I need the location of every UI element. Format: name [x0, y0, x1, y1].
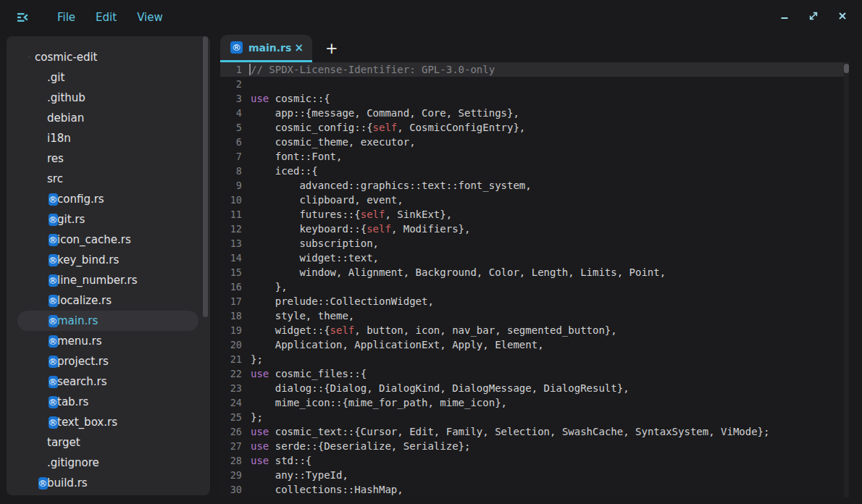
code-line-text: }, [251, 281, 288, 293]
code-line-text: use cosmic_files::{ [251, 368, 367, 379]
code-line-29: 29 any::TypeId, [220, 468, 849, 482]
menu-item-edit[interactable]: Edit [85, 7, 127, 28]
rust-file-icon: ® [17, 416, 53, 429]
line-number: 29 [220, 469, 242, 481]
tree-item--git[interactable]: .git [17, 67, 198, 88]
rust-file-icon: ® [17, 375, 53, 388]
code-line-text: subscription, [251, 238, 379, 249]
editor-scrollbar-track[interactable] [844, 62, 849, 497]
tree-item--github[interactable]: .github [17, 88, 198, 108]
code-line-text: use serde::{Deserialize, Serialize}; [251, 440, 470, 452]
code-line-text: cosmic_config::{self, CosmicConfigEntry}… [251, 122, 525, 133]
tree-item-debian[interactable]: debian [17, 108, 198, 128]
tree-item-project-rs[interactable]: ®project.rs [17, 351, 198, 371]
rust-file-icon: ® [17, 395, 53, 408]
code-line-text: use std::{ [251, 455, 311, 466]
tree-item-line-number-rs[interactable]: ®line_number.rs [17, 270, 198, 290]
chevron-right-icon [17, 71, 43, 84]
code-line-8: 8 iced::{ [220, 164, 849, 178]
line-number: 22 [220, 368, 242, 379]
menu-item-view[interactable]: View [127, 7, 173, 28]
line-number: 7 [220, 151, 242, 162]
chevron-right-icon [17, 152, 43, 165]
code-editor[interactable]: 1// SPDX-License-Identifier: GPL-3.0-onl… [220, 62, 849, 497]
code-line-text: use cosmic_text::{Cursor, Edit, Family, … [251, 426, 769, 437]
code-line-23: 23 dialog::{Dialog, DialogKind, DialogMe… [220, 381, 849, 395]
rust-file-icon: ® [17, 253, 53, 266]
editor-scrollbar-thumb[interactable] [844, 64, 849, 73]
tree-item-src[interactable]: src [17, 169, 198, 189]
line-number: 30 [220, 484, 242, 495]
line-number: 18 [220, 310, 242, 322]
rust-file-icon: ® [17, 314, 53, 327]
code-line-17: 17 prelude::CollectionWidget, [220, 294, 849, 308]
line-number: 20 [220, 339, 242, 350]
rust-file-icon: ® [17, 476, 43, 490]
code-line-text: collections::HashMap, [251, 484, 403, 495]
line-number: 25 [220, 411, 242, 423]
line-number: 6 [220, 136, 242, 148]
line-number: 10 [220, 194, 242, 206]
rust-file-icon: ® [230, 41, 243, 54]
tree-item-tab-rs[interactable]: ®tab.rs [17, 392, 198, 412]
line-number: 3 [220, 93, 242, 104]
code-line-text: advanced::graphics::text::font_system, [251, 180, 532, 191]
nav-bar-toggle-icon[interactable] [15, 10, 30, 25]
code-line-text: window, Alignment, Background, Color, Le… [251, 266, 666, 278]
code-line-9: 9 advanced::graphics::text::font_system, [220, 178, 849, 193]
line-number: 16 [220, 281, 242, 293]
sidebar-scrollbar[interactable] [203, 36, 208, 317]
file-tree: cosmic-edit.git.githubdebiani18nressrc®c… [7, 47, 210, 493]
code-line-text: widget::text, [251, 252, 379, 264]
tree-item-label: search.rs [57, 375, 107, 388]
tree-item-git-rs[interactable]: ®git.rs [17, 209, 198, 230]
line-number: 9 [220, 180, 242, 191]
menu-item-file[interactable]: File [47, 7, 85, 28]
code-line-text: futures::{self, SinkExt}, [251, 209, 452, 220]
close-icon [836, 9, 849, 25]
tree-item-config-rs[interactable]: ®config.rs [17, 189, 198, 209]
tree-item-cosmic-edit[interactable]: cosmic-edit [17, 47, 198, 67]
minimize-button[interactable] [775, 8, 794, 27]
line-number: 23 [220, 382, 242, 394]
line-number: 2 [220, 78, 242, 90]
new-tab-button[interactable]: + [319, 40, 344, 57]
code-line-12: 12 keyboard::{self, Modifiers}, [220, 222, 849, 236]
tree-item-label: src [47, 172, 63, 185]
close-button[interactable] [833, 8, 852, 27]
tree-item-label: text_box.rs [57, 416, 117, 429]
tree-item-label: git.rs [57, 213, 85, 226]
tree-item-search-rs[interactable]: ®search.rs [17, 371, 198, 392]
code-line-10: 10 clipboard, event, [220, 193, 849, 207]
maximize-icon [807, 9, 820, 25]
tree-item-main-rs[interactable]: ®main.rs [17, 311, 198, 331]
code-line-text: widget::{self, button, icon, nav_bar, se… [251, 324, 617, 336]
tree-item-key-bind-rs[interactable]: ®key_bind.rs [17, 250, 198, 270]
chevron-down-icon [17, 51, 30, 64]
tree-item-icon-cache-rs[interactable]: ®icon_cache.rs [17, 230, 198, 250]
tree-item-res[interactable]: res [17, 148, 198, 169]
tree-item-i18n[interactable]: i18n [17, 128, 198, 148]
tree-item-label: config.rs [57, 193, 104, 206]
rust-file-icon: ® [17, 335, 53, 348]
code-line-text: cosmic_theme, executor, [251, 136, 416, 148]
tree-item-build-rs[interactable]: ®build.rs [17, 473, 198, 493]
maximize-button[interactable] [804, 8, 823, 27]
tree-item-label: debian [47, 112, 84, 125]
code-line-18: 18 style, theme, [220, 308, 849, 323]
line-number: 5 [220, 122, 242, 133]
line-number: 4 [220, 107, 242, 119]
tree-item-target[interactable]: target [17, 432, 198, 453]
tree-item-menu-rs[interactable]: ®menu.rs [17, 331, 198, 351]
tree-item--gitignore[interactable]: .gitignore [17, 453, 198, 473]
tab-close-icon[interactable]: × [294, 41, 304, 54]
rust-file-icon: ® [17, 193, 53, 206]
tree-item-text-box-rs[interactable]: ®text_box.rs [17, 412, 198, 432]
code-line-7: 7 font::Font, [220, 149, 849, 164]
tree-item-label: tab.rs [57, 395, 88, 408]
code-line-text: mime_icon::{mime_for_path, mime_icon}, [251, 397, 507, 408]
tree-item-localize-rs[interactable]: ®localize.rs [17, 290, 198, 311]
tab-main-rs[interactable]: ®main.rs× [220, 35, 312, 62]
rust-file-icon: ® [17, 294, 53, 307]
rust-file-icon: ® [17, 213, 53, 226]
